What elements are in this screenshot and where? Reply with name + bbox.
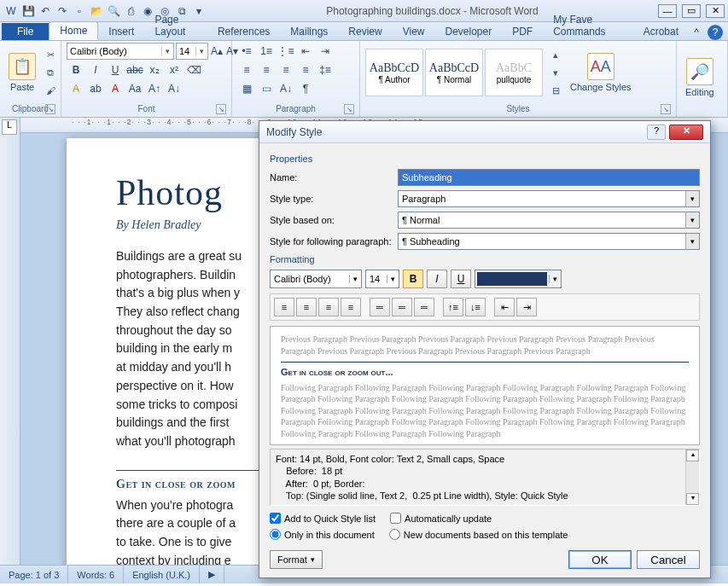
tab-review[interactable]: Review [338,23,392,40]
tab-references[interactable]: References [207,23,280,40]
tab-pdf[interactable]: PDF [502,23,543,40]
paragraph-launcher-icon[interactable]: ↘ [344,104,354,114]
word-icon[interactable]: W [3,3,19,19]
restore-button[interactable]: ▭ [682,4,701,18]
save-icon[interactable]: 💾 [20,3,36,19]
dlg-bold-button[interactable]: B [403,270,423,288]
strike-button[interactable]: abc [125,61,144,78]
open-icon[interactable]: 📂 [89,3,104,19]
font-size-combo[interactable]: ▾ [176,43,208,60]
dlg-spacing-2-icon[interactable]: ═ [414,298,434,316]
superscript-button[interactable]: x² [165,61,183,78]
bullets-icon[interactable]: •≡ [237,43,256,60]
status-language[interactable]: English (U.K.) [124,566,200,583]
chevron-down-icon[interactable]: ▾ [349,275,361,283]
clipboard-launcher-icon[interactable]: ↘ [45,104,55,114]
change-styles-button[interactable]: AA Change Styles [567,51,635,94]
text-effects-icon[interactable]: A [67,80,85,97]
status-macro-icon[interactable]: ▶ [200,566,224,583]
show-marks-icon[interactable]: ¶ [296,80,315,97]
justify-icon[interactable]: ≡ [296,61,315,78]
ok-button[interactable]: OK [568,550,632,569]
tab-view[interactable]: View [393,23,435,40]
style-pullquote[interactable]: AaBbCpullquote [485,49,543,96]
tab-page-layout[interactable]: Page Layout [144,11,207,40]
cancel-button[interactable]: Cancel [637,550,700,569]
italic-button[interactable]: I [86,61,105,78]
copy-icon[interactable]: ⧉ [42,64,59,81]
scroll-down-icon[interactable]: ▾ [686,493,699,505]
highlight-icon[interactable]: ab [86,80,105,97]
new-docs-radio[interactable]: New documents based on this template [389,529,568,540]
dlg-align-left-icon[interactable]: ≡ [274,298,294,316]
sort-icon[interactable]: A↓ [277,80,295,97]
paste-button[interactable]: 📋 Paste [5,51,39,94]
chevron-down-icon[interactable]: ▾ [685,234,699,249]
tab-home[interactable]: Home [49,21,98,40]
only-this-doc-radio[interactable]: Only in this document [270,529,375,540]
shading-icon[interactable]: ▦ [237,80,256,97]
align-left-icon[interactable]: ≡ [237,61,256,78]
tab-insert[interactable]: Insert [98,23,144,40]
format-menu-button[interactable]: Format ▾ [270,550,323,569]
status-page[interactable]: Page: 1 of 3 [0,566,68,583]
grow-font-icon[interactable]: A▴ [210,43,224,60]
name-input[interactable] [398,169,700,186]
dlg-align-right-icon[interactable]: ≡ [318,298,339,316]
dlg-spacing-15-icon[interactable]: ═ [392,298,412,316]
dlg-size-combo[interactable]: ▾ [365,270,399,288]
styles-down-icon[interactable]: ▾ [547,64,564,81]
dlg-align-center-icon[interactable]: ≡ [296,298,317,316]
auto-update-checkbox[interactable]: Automatically update [390,513,492,524]
multilevel-icon[interactable]: ⋮≡ [277,43,295,60]
help-icon[interactable]: ? [708,25,723,40]
styles-launcher-icon[interactable]: ↘ [661,104,671,114]
minimize-ribbon-icon[interactable]: ^ [689,25,704,40]
borders-icon[interactable]: ▭ [257,80,276,97]
dlg-italic-button[interactable]: I [427,270,447,288]
minimize-button[interactable]: — [658,4,677,18]
style-type-dropdown[interactable]: Paragraph▾ [398,190,700,207]
dlg-font-combo[interactable]: ▾ [270,270,362,288]
dlg-dec-indent-icon[interactable]: ⇤ [494,298,515,316]
chevron-down-icon[interactable]: ▾ [685,191,699,206]
new-icon[interactable]: ▫ [72,3,87,19]
tab-acrobat[interactable]: Acrobat [633,23,689,40]
dlg-space-before-inc-icon[interactable]: ↑≡ [443,298,463,316]
tab-fave[interactable]: My Fave Commands [543,11,632,40]
file-tab[interactable]: File [2,23,49,40]
print-icon[interactable]: ⎙ [123,3,138,19]
chevron-down-icon[interactable]: ▾ [195,47,207,55]
shrink-font-2-icon[interactable]: A↓ [165,80,183,97]
subscript-button[interactable]: x₂ [145,61,164,78]
chevron-down-icon[interactable]: ▾ [549,275,561,283]
underline-button[interactable]: U [106,61,125,78]
align-right-icon[interactable]: ≡ [277,61,295,78]
dialog-close-button[interactable]: ✕ [669,125,703,140]
scroll-up-icon[interactable]: ▴ [686,450,699,461]
clear-format-icon[interactable]: ⌫ [184,61,203,78]
dlg-justify-icon[interactable]: ≡ [341,298,361,316]
font-color-icon[interactable]: A [106,80,125,97]
dlg-underline-button[interactable]: U [451,270,471,288]
editing-button[interactable]: 🔎 Editing [682,56,718,99]
dialog-titlebar[interactable]: Modify Style ? ✕ [259,121,710,143]
add-quick-style-checkbox[interactable]: Add to Quick Style list [270,513,376,524]
tab-selector[interactable]: L [2,119,17,135]
dialog-help-button[interactable]: ? [647,125,666,140]
tab-mailings[interactable]: Mailings [280,23,338,40]
font-launcher-icon[interactable]: ↘ [216,104,226,114]
styles-more-icon[interactable]: ⊟ [547,82,564,99]
chevron-down-icon[interactable]: ▾ [387,275,399,283]
tab-developer[interactable]: Developer [435,23,503,40]
font-name-combo[interactable]: ▾ [67,43,174,60]
following-dropdown[interactable]: ¶ Subheading▾ [398,233,700,250]
styles-up-icon[interactable]: ▴ [547,46,564,63]
bold-button[interactable]: B [67,61,85,78]
inc-indent-icon[interactable]: ⇥ [316,43,335,60]
preview-icon[interactable]: 🔍 [106,3,121,19]
chevron-down-icon[interactable]: ▾ [685,212,699,228]
undo-icon[interactable]: ↶ [38,3,53,19]
change-case-icon[interactable]: Aa [125,80,144,97]
close-window-button[interactable]: ✕ [706,4,725,18]
